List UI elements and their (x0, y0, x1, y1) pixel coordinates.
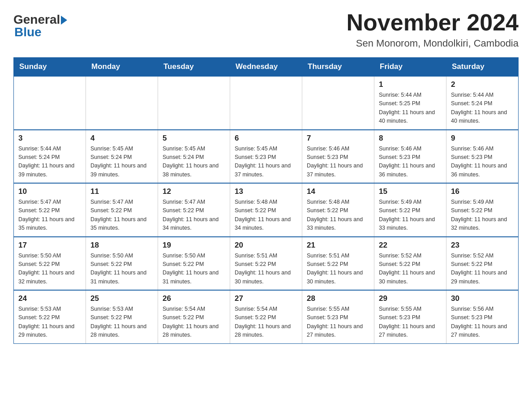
day-info: Sunrise: 5:52 AMSunset: 5:22 PMDaylight:… (379, 252, 442, 287)
logo-triangle-icon (61, 16, 67, 25)
day-info: Sunrise: 5:46 AMSunset: 5:23 PMDaylight:… (451, 145, 514, 180)
day-number: 2 (451, 80, 514, 89)
day-info: Sunrise: 5:51 AMSunset: 5:22 PMDaylight:… (307, 252, 369, 287)
column-header-friday: Friday (374, 58, 446, 77)
day-info: Sunrise: 5:48 AMSunset: 5:22 PMDaylight:… (235, 198, 297, 233)
column-header-wednesday: Wednesday (230, 58, 302, 77)
calendar-cell: 24Sunrise: 5:53 AMSunset: 5:22 PMDayligh… (14, 290, 86, 343)
day-info: Sunrise: 5:55 AMSunset: 5:23 PMDaylight:… (307, 305, 369, 340)
calendar-cell: 20Sunrise: 5:51 AMSunset: 5:22 PMDayligh… (230, 237, 302, 291)
week-row-4: 17Sunrise: 5:50 AMSunset: 5:22 PMDayligh… (14, 237, 519, 291)
calendar-cell: 11Sunrise: 5:47 AMSunset: 5:22 PMDayligh… (86, 183, 158, 237)
calendar-cell: 18Sunrise: 5:50 AMSunset: 5:22 PMDayligh… (86, 237, 158, 291)
calendar-cell: 25Sunrise: 5:53 AMSunset: 5:22 PMDayligh… (86, 290, 158, 343)
day-number: 18 (90, 241, 153, 250)
week-row-2: 3Sunrise: 5:44 AMSunset: 5:24 PMDaylight… (14, 130, 519, 184)
day-info: Sunrise: 5:46 AMSunset: 5:23 PMDaylight:… (379, 145, 442, 180)
column-header-thursday: Thursday (302, 58, 374, 77)
day-number: 4 (90, 134, 153, 143)
day-number: 11 (90, 187, 153, 196)
calendar-table: SundayMondayTuesdayWednesdayThursdayFrid… (13, 57, 519, 344)
logo: General Blue (13, 13, 67, 39)
day-number: 10 (18, 187, 81, 196)
calendar-cell: 15Sunrise: 5:49 AMSunset: 5:22 PMDayligh… (374, 183, 446, 237)
calendar-cell: 16Sunrise: 5:49 AMSunset: 5:22 PMDayligh… (446, 183, 519, 237)
calendar-cell: 12Sunrise: 5:47 AMSunset: 5:22 PMDayligh… (158, 183, 230, 237)
day-number: 1 (379, 80, 442, 89)
calendar-cell: 23Sunrise: 5:52 AMSunset: 5:22 PMDayligh… (446, 237, 519, 291)
day-info: Sunrise: 5:45 AMSunset: 5:24 PMDaylight:… (90, 145, 153, 180)
calendar-cell: 10Sunrise: 5:47 AMSunset: 5:22 PMDayligh… (14, 183, 86, 237)
day-info: Sunrise: 5:48 AMSunset: 5:22 PMDaylight:… (307, 198, 369, 233)
day-info: Sunrise: 5:44 AMSunset: 5:25 PMDaylight:… (379, 91, 442, 126)
calendar-cell: 2Sunrise: 5:44 AMSunset: 5:24 PMDaylight… (446, 76, 519, 130)
day-info: Sunrise: 5:55 AMSunset: 5:23 PMDaylight:… (379, 305, 442, 340)
day-info: Sunrise: 5:52 AMSunset: 5:22 PMDaylight:… (451, 252, 514, 287)
day-info: Sunrise: 5:50 AMSunset: 5:22 PMDaylight:… (163, 252, 225, 287)
calendar-cell (86, 76, 158, 130)
calendar-cell: 27Sunrise: 5:54 AMSunset: 5:22 PMDayligh… (230, 290, 302, 343)
week-row-3: 10Sunrise: 5:47 AMSunset: 5:22 PMDayligh… (14, 183, 519, 237)
day-number: 3 (18, 134, 81, 143)
page-header: General Blue November 2024 Sen Monorom, … (13, 9, 519, 49)
day-number: 20 (235, 241, 297, 250)
calendar-cell: 6Sunrise: 5:45 AMSunset: 5:23 PMDaylight… (230, 130, 302, 184)
column-header-monday: Monday (86, 58, 158, 77)
day-number: 17 (18, 241, 81, 250)
calendar-cell: 29Sunrise: 5:55 AMSunset: 5:23 PMDayligh… (374, 290, 446, 343)
calendar-cell (230, 76, 302, 130)
day-number: 23 (451, 241, 514, 250)
day-info: Sunrise: 5:54 AMSunset: 5:22 PMDaylight:… (163, 305, 225, 340)
day-number: 16 (451, 187, 514, 196)
day-info: Sunrise: 5:53 AMSunset: 5:22 PMDaylight:… (90, 305, 153, 340)
column-header-saturday: Saturday (446, 58, 519, 77)
day-info: Sunrise: 5:54 AMSunset: 5:22 PMDaylight:… (235, 305, 297, 340)
day-info: Sunrise: 5:49 AMSunset: 5:22 PMDaylight:… (379, 198, 442, 233)
calendar-cell: 14Sunrise: 5:48 AMSunset: 5:22 PMDayligh… (302, 183, 374, 237)
calendar-cell: 13Sunrise: 5:48 AMSunset: 5:22 PMDayligh… (230, 183, 302, 237)
calendar-cell: 9Sunrise: 5:46 AMSunset: 5:23 PMDaylight… (446, 130, 519, 184)
day-info: Sunrise: 5:56 AMSunset: 5:23 PMDaylight:… (451, 305, 514, 340)
calendar-cell (14, 76, 86, 130)
calendar-cell: 7Sunrise: 5:46 AMSunset: 5:23 PMDaylight… (302, 130, 374, 184)
day-number: 6 (235, 134, 297, 143)
calendar-cell: 4Sunrise: 5:45 AMSunset: 5:24 PMDaylight… (86, 130, 158, 184)
day-number: 19 (163, 241, 225, 250)
day-number: 25 (90, 294, 153, 303)
day-number: 9 (451, 134, 514, 143)
calendar-cell: 21Sunrise: 5:51 AMSunset: 5:22 PMDayligh… (302, 237, 374, 291)
week-row-5: 24Sunrise: 5:53 AMSunset: 5:22 PMDayligh… (14, 290, 519, 343)
day-number: 8 (379, 134, 442, 143)
day-number: 29 (379, 294, 442, 303)
calendar-cell: 3Sunrise: 5:44 AMSunset: 5:24 PMDaylight… (14, 130, 86, 184)
day-info: Sunrise: 5:49 AMSunset: 5:22 PMDaylight:… (451, 198, 514, 233)
day-number: 21 (307, 241, 369, 250)
week-row-1: 1Sunrise: 5:44 AMSunset: 5:25 PMDaylight… (14, 76, 519, 130)
day-info: Sunrise: 5:45 AMSunset: 5:24 PMDaylight:… (163, 145, 225, 180)
day-info: Sunrise: 5:47 AMSunset: 5:22 PMDaylight:… (90, 198, 153, 233)
day-number: 15 (379, 187, 442, 196)
day-number: 7 (307, 134, 369, 143)
day-info: Sunrise: 5:50 AMSunset: 5:22 PMDaylight:… (18, 252, 81, 287)
calendar-cell: 26Sunrise: 5:54 AMSunset: 5:22 PMDayligh… (158, 290, 230, 343)
page-title: November 2024 (347, 9, 519, 36)
calendar-cell (302, 76, 374, 130)
day-number: 13 (235, 187, 297, 196)
day-number: 12 (163, 187, 225, 196)
day-number: 5 (163, 134, 225, 143)
day-number: 28 (307, 294, 369, 303)
title-block: November 2024 Sen Monorom, Mondolkiri, C… (347, 9, 519, 49)
day-info: Sunrise: 5:45 AMSunset: 5:23 PMDaylight:… (235, 145, 297, 180)
day-info: Sunrise: 5:51 AMSunset: 5:22 PMDaylight:… (235, 252, 297, 287)
day-number: 24 (18, 294, 81, 303)
day-number: 26 (163, 294, 225, 303)
day-number: 27 (235, 294, 297, 303)
day-number: 30 (451, 294, 514, 303)
calendar-cell: 17Sunrise: 5:50 AMSunset: 5:22 PMDayligh… (14, 237, 86, 291)
calendar-cell: 5Sunrise: 5:45 AMSunset: 5:24 PMDaylight… (158, 130, 230, 184)
column-header-tuesday: Tuesday (158, 58, 230, 77)
calendar-cell (158, 76, 230, 130)
day-number: 22 (379, 241, 442, 250)
column-header-sunday: Sunday (14, 58, 86, 77)
page-subtitle: Sen Monorom, Mondolkiri, Cambodia (347, 38, 519, 49)
